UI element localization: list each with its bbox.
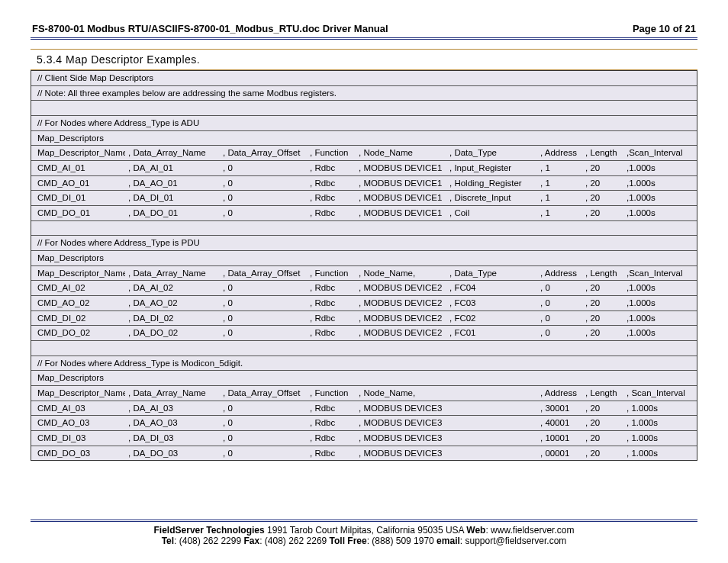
header-divider (31, 37, 697, 40)
table-row: CMD_AO_02, DA_AO_02, 0, Rdbc, MODBUS DEV… (31, 295, 697, 310)
cell: , Rdbc (310, 327, 356, 339)
cell: ,1.000s (627, 162, 688, 175)
comment-line: // Note: All three examples below are ad… (31, 86, 697, 101)
cell: CMD_AI_03 (37, 402, 125, 415)
footer-email-label: email (436, 536, 460, 546)
cell: ,1.000s (627, 191, 688, 204)
cell: , MODBUS DEVICE2 (359, 282, 446, 294)
cell: , 0 (223, 177, 307, 190)
cell: , MODBUS DEVICE3 (359, 402, 450, 415)
col: , Node_Name (359, 146, 446, 159)
document-page: FS-8700-01 Modbus RTU/ASCIIFS-8700-01_Mo… (0, 0, 728, 563)
column-headers: Map_Descriptor_Name , Data_Array_Name , … (31, 385, 697, 401)
col: , Data_Type (449, 267, 537, 280)
cell: , Rdbc (310, 447, 356, 460)
cell (453, 447, 537, 460)
cell: CMD_DI_01 (37, 191, 125, 204)
cell: , 1 (540, 191, 582, 204)
col: Map_Descriptor_Name (37, 387, 125, 400)
cell: , 0 (223, 327, 307, 339)
footer-fax: : (408) 262 2269 (259, 536, 329, 546)
col: , Function (310, 387, 356, 400)
cell: , 1.000s (627, 432, 688, 445)
blank-line (31, 220, 697, 236)
column-headers: Map_Descriptor_Name , Data_Array_Name , … (31, 265, 697, 281)
col: Map_Descriptor_Name (37, 146, 125, 159)
cell: , 0 (223, 312, 307, 325)
cell: , 20 (585, 402, 623, 415)
col: , Address (540, 146, 582, 159)
cell: , 0 (223, 402, 307, 415)
cell: ,1.000s (627, 177, 688, 190)
label-line: Map_Descriptors (31, 250, 697, 265)
cell: , 20 (585, 447, 623, 460)
cell: , Rdbc (310, 432, 356, 445)
table-row: CMD_AO_03, DA_AO_03, 0, Rdbc, MODBUS DEV… (31, 415, 697, 430)
cell: , Rdbc (310, 402, 356, 415)
table-row: CMD_DO_03, DA_DO_03, 0, Rdbc, MODBUS DEV… (31, 446, 697, 461)
cell: , Discrete_Input (449, 191, 537, 204)
cell: , MODBUS DEVICE1 (359, 191, 446, 204)
cell: , MODBUS DEVICE2 (359, 312, 446, 325)
cell: CMD_DO_03 (37, 447, 125, 460)
cell: , 0 (540, 297, 582, 310)
cell: , DA_DI_02 (128, 312, 220, 325)
cell: , DA_AO_01 (128, 177, 220, 190)
cell: , DA_DI_03 (128, 432, 220, 445)
footer-address: 1991 Tarob Court Milpitas, California 95… (265, 525, 467, 536)
cell: , DA_AO_02 (128, 297, 220, 310)
cell: , Input_Register (449, 162, 537, 175)
cell: , 0 (223, 432, 307, 445)
cell: , 00001 (540, 447, 582, 460)
cell: CMD_DO_02 (37, 327, 125, 339)
cell: , Rdbc (310, 297, 356, 310)
table-row: CMD_DO_01, DA_DO_01, 0, Rdbc, MODBUS DEV… (31, 205, 697, 220)
col: , Function (310, 267, 356, 280)
col: ,Scan_Interval (627, 146, 688, 159)
cell: , Rdbc (310, 417, 356, 429)
cell: ,1.000s (627, 297, 688, 310)
cell: , MODBUS DEVICE1 (359, 162, 446, 175)
col: , Data_Array_Name (128, 267, 220, 280)
cell: , MODBUS DEVICE2 (359, 327, 446, 339)
col: , Address (540, 387, 582, 400)
cell: CMD_AI_01 (37, 162, 125, 175)
cell: CMD_AO_03 (37, 417, 125, 429)
cell (453, 417, 537, 429)
cell: , 1 (540, 162, 582, 175)
table-row: CMD_DI_01, DA_DI_01, 0, Rdbc, MODBUS DEV… (31, 190, 697, 205)
cell: CMD_DI_03 (37, 432, 125, 445)
blank-line (31, 101, 697, 115)
cell: , DA_DO_03 (128, 447, 220, 460)
cell: , 0 (223, 207, 307, 220)
cell: , 0 (223, 417, 307, 429)
cell: ,1.000s (627, 207, 688, 220)
cell: , 1.000s (627, 402, 688, 415)
blank-line (31, 340, 697, 355)
cell: CMD_AI_02 (37, 282, 125, 294)
cell (453, 432, 537, 445)
footer-divider (31, 520, 697, 522)
cell: , Rdbc (310, 312, 356, 325)
cell: , 0 (540, 327, 582, 339)
table-row: CMD_AI_02, DA_AI_02, 0, Rdbc, MODBUS DEV… (31, 280, 697, 295)
example-code-box: // Client Side Map Descriptors // Note: … (31, 70, 697, 461)
cell: , 40001 (540, 417, 582, 429)
cell: , 0 (223, 191, 307, 204)
footer-tollfree: : (888) 509 1970 (367, 536, 436, 546)
header-title: FS-8700-01 Modbus RTU/ASCIIFS-8700-01_Mo… (32, 23, 388, 34)
cell: , 20 (585, 327, 623, 339)
comment-line: // For Nodes where Address_Type is Modic… (31, 355, 697, 371)
col: , Data_Array_Name (128, 387, 220, 400)
table-row: CMD_DI_03, DA_DI_03, 0, Rdbc, MODBUS DEV… (31, 430, 697, 446)
table-row: CMD_DI_02, DA_DI_02, 0, Rdbc, MODBUS DEV… (31, 310, 697, 326)
col: , Length (585, 387, 623, 400)
footer-web: : www.fieldserver.com (485, 525, 574, 536)
cell: , 20 (585, 432, 623, 445)
col: , Data_Array_Offset (223, 146, 307, 159)
footer-tollfree-label: Toll Free (330, 536, 367, 546)
footer-web-label: Web (466, 525, 485, 536)
footer-company: FieldServer Technologies (154, 525, 265, 536)
footer-fax-label: Fax (243, 536, 259, 546)
cell: , 10001 (540, 432, 582, 445)
